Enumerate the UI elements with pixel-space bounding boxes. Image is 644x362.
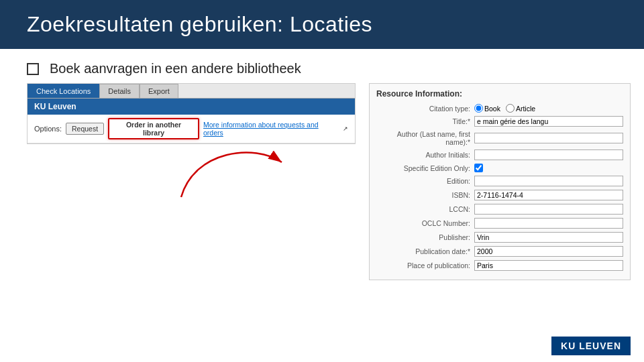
place-row: Place of publication:: [376, 260, 623, 271]
title-input[interactable]: [474, 116, 623, 127]
isbn-row: ISBN:: [376, 190, 623, 200]
external-link-icon: ↗: [343, 125, 348, 132]
ku-leuven-row: KU Leuven: [28, 99, 355, 115]
isbn-input[interactable]: [474, 190, 623, 200]
article-radio[interactable]: [506, 104, 515, 113]
publication-date-input[interactable]: [474, 246, 623, 257]
author-row: Author (Last name, first name):*: [376, 130, 623, 146]
oclc-input[interactable]: [474, 218, 623, 229]
library-panel: Check Locations Details Export KU Leuven…: [27, 83, 356, 144]
library-panel-wrapper: Check Locations Details Export KU Leuven…: [27, 83, 356, 280]
arrow-annotation: [174, 137, 309, 204]
citation-type-options: Book Article: [474, 104, 535, 113]
oclc-row: OCLC Number:: [376, 218, 623, 229]
options-label: Options:: [34, 125, 62, 133]
author-initials-label: Author Initials:: [376, 151, 470, 159]
book-radio[interactable]: [474, 104, 483, 113]
resource-panel: Resource Information: Citation type: Boo…: [369, 83, 631, 280]
author-initials-input[interactable]: [474, 149, 623, 160]
lccn-input[interactable]: [474, 204, 623, 215]
book-radio-label: Book: [474, 104, 500, 113]
author-label: Author (Last name, first name):*: [376, 130, 470, 146]
edition-input[interactable]: [474, 176, 623, 186]
tab-check-locations[interactable]: Check Locations: [28, 84, 99, 98]
more-info-link[interactable]: More information about requests and orde…: [203, 121, 339, 137]
subtitle-text: Boek aanvragen in een andere bibliotheek: [50, 61, 301, 76]
edition-label: Edition:: [376, 177, 470, 185]
publisher-label: Publisher:: [376, 233, 470, 241]
author-initials-row: Author Initials:: [376, 149, 623, 160]
publication-date-row: Publication date:*: [376, 246, 623, 257]
order-in-another-library-button[interactable]: Order in another library: [108, 118, 199, 139]
tab-export[interactable]: Export: [140, 84, 178, 98]
lccn-label: LCCN:: [376, 205, 470, 213]
options-row: Options: Request Order in another librar…: [28, 115, 355, 143]
article-radio-label: Article: [506, 104, 535, 113]
oclc-label: OCLC Number:: [376, 219, 470, 227]
author-input[interactable]: [474, 133, 623, 143]
tab-details[interactable]: Details: [99, 84, 140, 98]
place-input[interactable]: [474, 260, 623, 271]
ku-leuven-badge: KU LEUVEN: [551, 337, 631, 355]
specific-edition-row: Specific Edition Only:: [376, 164, 623, 172]
resource-panel-title: Resource Information:: [376, 89, 623, 99]
subtitle-row: Boek aanvragen in een andere bibliotheek: [0, 49, 644, 83]
library-tabs: Check Locations Details Export: [28, 84, 355, 99]
checkbox-icon: [27, 63, 39, 75]
publisher-input[interactable]: [474, 232, 623, 243]
title-label: Title:*: [376, 117, 470, 125]
request-button[interactable]: Request: [66, 123, 104, 135]
specific-edition-label: Specific Edition Only:: [376, 164, 470, 172]
lccn-row: LCCN:: [376, 204, 623, 215]
specific-edition-checkbox[interactable]: [474, 164, 483, 172]
title-row: Title:*: [376, 116, 623, 127]
isbn-label: ISBN:: [376, 191, 470, 199]
citation-type-row: Citation type: Book Article: [376, 104, 623, 113]
page-header: Zoekresultaten gebruiken: Locaties: [0, 0, 644, 49]
main-content: Check Locations Details Export KU Leuven…: [0, 83, 644, 280]
publication-date-label: Publication date:*: [376, 247, 470, 255]
place-label: Place of publication:: [376, 261, 470, 269]
publisher-row: Publisher:: [376, 232, 623, 243]
citation-type-label: Citation type:: [376, 105, 470, 113]
edition-row: Edition:: [376, 176, 623, 186]
